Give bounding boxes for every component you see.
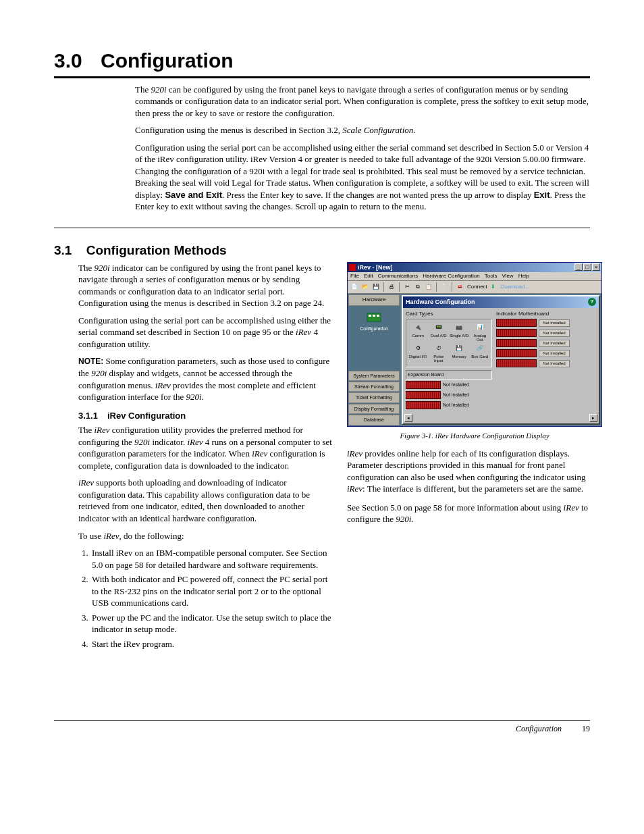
tb-connect-label[interactable]: Connect (467, 284, 487, 291)
tb-separator (452, 282, 452, 292)
intro-paragraph-1: The 920i can be configured by using the … (135, 84, 590, 120)
menu-edit[interactable]: Edit (364, 273, 373, 280)
slot-status-pill: Not Installed (539, 350, 570, 357)
slot-connector-icon[interactable] (496, 359, 537, 367)
inner-body: Card Types 🔌Comm 📟Dual A/D 📠Single A/D 📊… (403, 308, 599, 414)
slot-status-pill: Not Installed (539, 330, 570, 337)
menubar: File Edit Communications Hardware Config… (348, 272, 601, 282)
exp-slot-3: Not Installed (406, 401, 492, 409)
figure-container: iRev - [New] _ □ × File Edit Communicati… (347, 262, 602, 441)
inner-window: Hardware Configuration ? Card Types 🔌Com… (402, 295, 600, 424)
slot-connector-icon[interactable] (496, 319, 537, 327)
left-p2: Configuration using the serial port can … (78, 315, 335, 350)
card-row-1: 🔌Comm 📟Dual A/D 📠Single A/D 📊Analog Out (408, 322, 490, 342)
slot-connector-icon[interactable] (406, 381, 441, 389)
tab-stream-formatting[interactable]: Stream Formatting (348, 382, 400, 392)
tb-paste-icon[interactable]: 📋 (424, 282, 433, 292)
menu-communications[interactable]: Communications (378, 273, 419, 280)
chapter-intro: The 920i can be configured by using the … (135, 84, 590, 213)
chapter-title: Configuration (101, 47, 234, 75)
motherboard-panel: Indicator Motherboard Not Installed Not … (496, 311, 596, 411)
left-bottom-tabs: System Parameters Stream Formatting Tick… (348, 370, 400, 426)
scroll-buttons: ◂ ▸ (403, 414, 599, 423)
mb-slot-1: Not Installed (496, 319, 596, 327)
right-column: iRev - [New] _ □ × File Edit Communicati… (347, 262, 602, 653)
right-p1: iRev provides online help for each of it… (347, 448, 602, 495)
right-p2: See Section 5.0 on page 58 for more info… (347, 502, 602, 525)
subsection-number: 3.1.1 (78, 411, 98, 421)
left-p5: The iRev configuration utility provides … (78, 424, 335, 471)
tb-connect-icon[interactable]: ⇄ (455, 282, 464, 292)
tab-display-formatting[interactable]: Display Formatting (348, 404, 400, 414)
card-comm[interactable]: 🔌Comm (408, 322, 428, 342)
card-memory[interactable]: 💾Memory (449, 343, 469, 363)
app-icon (349, 264, 356, 271)
maximize-button[interactable]: □ (583, 263, 591, 271)
mb-slot-5: Not Installed (496, 359, 596, 367)
slot-status-pill: Not Installed (539, 319, 570, 327)
tab-database[interactable]: Database (348, 415, 400, 425)
slot-connector-icon[interactable] (496, 339, 537, 347)
section-header: 3.1 Configuration Methods (54, 242, 590, 259)
left-nav-pane: Hardware Configuration System Parameters… (348, 294, 400, 425)
tb-download-icon[interactable]: ⬇ (489, 282, 498, 292)
intro-paragraph-3: Configuration using the serial port can … (135, 142, 590, 213)
card-pulse-input[interactable]: ⏱Pulse Input (429, 343, 449, 363)
subsection-header: 3.1.1iRev Configuration (78, 410, 335, 422)
slot-connector-icon[interactable] (406, 391, 441, 399)
window-title: iRev - [New] (358, 263, 574, 271)
tb-open-icon[interactable]: 📂 (360, 282, 370, 292)
card-types-label: Card Types (406, 311, 492, 318)
card-bus[interactable]: 🔗Bus Card (470, 343, 490, 363)
menu-hardware[interactable]: Hardware Configuration (423, 273, 480, 280)
tb-download-label[interactable]: Download... (501, 284, 529, 291)
menu-tools[interactable]: Tools (485, 273, 498, 280)
tb-print-icon[interactable]: 🖨 (387, 282, 396, 292)
scroll-right-icon[interactable]: ▸ (589, 414, 597, 422)
card-digital-io[interactable]: ⚙Digital I/O (408, 343, 428, 363)
svg-rect-2 (373, 315, 375, 317)
toolbar: 📄 📂 💾 🖨 ✂ ⧉ 📋 ❔ ⇄ Connect ⬇ Download... (348, 281, 601, 294)
card-types-panel: Card Types 🔌Comm 📟Dual A/D 📠Single A/D 📊… (406, 311, 492, 411)
scroll-left-icon[interactable]: ◂ (404, 414, 412, 422)
configuration-icon[interactable] (366, 311, 382, 324)
card-analog-out[interactable]: 📊Analog Out (470, 322, 490, 342)
slot-connector-icon[interactable] (496, 329, 537, 337)
slot-connector-icon[interactable] (496, 349, 537, 357)
tb-separator (383, 282, 384, 292)
intro-paragraph-2: Configuration using the menus is describ… (135, 124, 590, 136)
figure-caption: Figure 3-1. iRev Hardware Configuration … (347, 431, 602, 441)
menu-view[interactable]: View (502, 273, 513, 280)
tb-help-icon[interactable]: ❔ (439, 282, 449, 292)
left-tab-hardware[interactable]: Hardware (348, 294, 400, 306)
step-2: With both indicator and PC powered off, … (90, 573, 335, 609)
tb-new-icon[interactable]: 📄 (350, 282, 359, 292)
tb-cut-icon[interactable]: ✂ (402, 282, 412, 292)
inner-help-icon[interactable]: ? (588, 298, 596, 306)
tab-ticket-formatting[interactable]: Ticket Formatting (348, 392, 400, 402)
left-p1: The 920i indicator can be configured by … (78, 262, 335, 309)
motherboard-slots: Not Installed Not Installed Not Installe… (496, 319, 596, 367)
inner-title-text: Hardware Configuration (406, 298, 475, 306)
tab-system-parameters[interactable]: System Parameters (348, 371, 400, 381)
card-single-ad[interactable]: 📠Single A/D (449, 322, 469, 342)
svg-rect-3 (377, 315, 379, 317)
step-1: Install iRev on an IBM-compatible person… (90, 547, 335, 571)
mb-slot-2: Not Installed (496, 329, 596, 337)
close-button[interactable]: × (592, 263, 600, 271)
chapter-number: 3.0 (54, 47, 82, 75)
expansion-slots: Not Installed Not Installed Not Installe… (406, 381, 492, 409)
svg-rect-0 (367, 313, 381, 321)
section-divider (54, 228, 590, 228)
left-nav-label: Configuration (360, 325, 388, 332)
minimize-button[interactable]: _ (574, 263, 583, 271)
menu-help[interactable]: Help (518, 273, 529, 280)
slot-connector-icon[interactable] (406, 401, 441, 409)
card-dual-ad[interactable]: 📟Dual A/D (429, 322, 449, 342)
tb-copy-icon[interactable]: ⧉ (413, 282, 423, 292)
tb-save-icon[interactable]: 💾 (371, 282, 381, 292)
expansion-label: Expansion Board (406, 370, 492, 379)
mb-slot-3: Not Installed (496, 339, 596, 347)
menu-file[interactable]: File (350, 273, 359, 280)
section-title: Configuration Methods (86, 242, 227, 259)
